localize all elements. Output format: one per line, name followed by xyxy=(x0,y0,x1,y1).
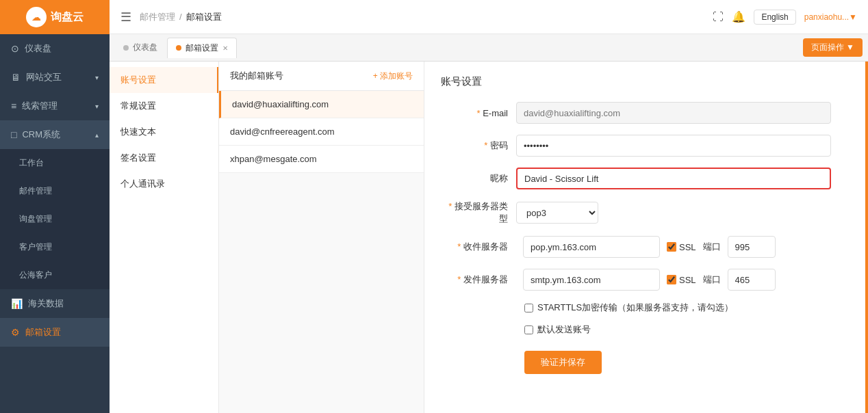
starttls-row: STARTTLS加密传输（如果服务器支持，请勾选） xyxy=(441,302,852,314)
menu-item-label: 快速文本 xyxy=(120,126,156,137)
list-icon: ≡ xyxy=(11,101,16,111)
sidebar-item-label: 邮箱设置 xyxy=(25,326,61,338)
main-area: ☰ 邮件管理 / 邮箱设置 ⛶ 🔔 English panxiaohu...▼ … xyxy=(110,0,868,413)
logo: ☁ 询盘云 xyxy=(0,0,110,34)
expand-icon[interactable]: ⛶ xyxy=(713,11,724,23)
dashboard-icon: ⊙ xyxy=(11,43,19,54)
topbar: ☰ 邮件管理 / 邮箱设置 ⛶ 🔔 English panxiaohu...▼ xyxy=(110,0,868,34)
menu-icon[interactable]: ☰ xyxy=(120,10,131,25)
sidebar-item-label: 客户管理 xyxy=(19,241,52,253)
incoming-server-input[interactable] xyxy=(523,236,660,258)
account-menu-item-signature[interactable]: 签名设置 xyxy=(110,145,218,171)
password-row: 密码 xyxy=(441,135,852,157)
server-type-label: 接受服务器类型 xyxy=(441,200,516,225)
email-list-title: 我的邮箱账号 xyxy=(230,70,283,82)
sidebar-item-workspace[interactable]: 工作台 xyxy=(0,149,110,177)
sidebar-item-label: CRM系统 xyxy=(22,129,60,141)
sidebar-item-web-interact[interactable]: 🖥 网站交互 ▾ xyxy=(0,63,110,92)
starttls-label: STARTTLS加密传输（如果服务器支持，请勾选） xyxy=(537,302,733,314)
content-area: 账号设置 常规设置 快速文本 签名设置 个人通讯录 我的邮箱账号 + 添加账号 … xyxy=(110,62,868,413)
sidebar-item-label: 网站交互 xyxy=(26,71,62,83)
email-list-header: 我的邮箱账号 + 添加账号 xyxy=(219,62,424,91)
outgoing-label: 发件服务器 xyxy=(441,274,516,286)
account-menu-item-general[interactable]: 常规设置 xyxy=(110,93,218,119)
nickname-input[interactable] xyxy=(516,168,831,189)
email-list-item[interactable]: david@huaxialifting.com xyxy=(219,91,424,118)
page-action-button[interactable]: 页面操作 ▼ xyxy=(803,38,863,57)
accent-border xyxy=(865,62,868,413)
incoming-port-label: 端口 xyxy=(703,241,721,253)
default-send-checkbox[interactable] xyxy=(524,325,533,334)
sidebar-item-leads[interactable]: ≡ 线索管理 ▾ xyxy=(0,92,110,120)
logo-text: 询盘云 xyxy=(51,10,84,25)
sidebar-item-dashboard[interactable]: ⊙ 仪表盘 xyxy=(0,34,110,63)
tab-dashboard[interactable]: 仪表盘 xyxy=(115,38,166,57)
incoming-ssl-checkbox[interactable] xyxy=(667,242,676,252)
sidebar-item-mailbox[interactable]: ⚙ 邮箱设置 xyxy=(0,318,110,347)
nickname-row: 昵称 xyxy=(441,168,852,189)
email-address: david@cnfreereagent.com xyxy=(230,126,335,137)
chevron-up-icon: ▴ xyxy=(95,131,99,139)
add-account-button[interactable]: + 添加账号 xyxy=(373,70,413,82)
account-menu-panel: 账号设置 常规设置 快速文本 签名设置 个人通讯录 xyxy=(110,62,219,413)
tabbar: 仪表盘 邮箱设置 ✕ 页面操作 ▼ xyxy=(110,34,868,62)
logo-icon: ☁ xyxy=(26,7,47,27)
incoming-port-input[interactable] xyxy=(728,236,776,258)
default-send-label: 默认发送账号 xyxy=(537,323,591,336)
sidebar-item-crm[interactable]: □ CRM系统 ▴ xyxy=(0,120,110,149)
sidebar-item-customs[interactable]: 📊 海关数据 xyxy=(0,289,110,318)
sidebar-item-label: 公海客户 xyxy=(19,269,52,281)
sidebar-item-label: 工作台 xyxy=(19,157,44,169)
tab-mailbox[interactable]: 邮箱设置 ✕ xyxy=(167,38,237,58)
save-button[interactable]: 验证并保存 xyxy=(524,351,602,374)
sidebar-item-label: 仪表盘 xyxy=(25,42,51,55)
email-address: david@huaxialifting.com xyxy=(232,99,329,109)
nickname-label: 昵称 xyxy=(441,172,516,185)
email-address: xhpan@mesgate.com xyxy=(230,154,317,164)
incoming-ssl-check: SSL xyxy=(667,242,696,252)
email-list-panel: 我的邮箱账号 + 添加账号 david@huaxialifting.com da… xyxy=(219,62,424,413)
section-title: 账号设置 xyxy=(441,75,852,88)
menu-item-label: 签名设置 xyxy=(120,152,156,163)
email-list-item[interactable]: david@cnfreereagent.com xyxy=(219,118,424,146)
outgoing-server-input[interactable] xyxy=(523,269,660,291)
chevron-down-icon: ▾ xyxy=(95,74,99,81)
sidebar-item-label: 询盘管理 xyxy=(19,213,52,225)
server-type-select[interactable]: pop3 imap xyxy=(516,202,598,224)
account-menu-item-contacts[interactable]: 个人通讯录 xyxy=(110,171,218,197)
tab-dot-gray xyxy=(123,45,129,51)
close-icon[interactable]: ✕ xyxy=(222,44,228,52)
menu-item-label: 账号设置 xyxy=(120,75,156,85)
breadcrumb: 邮件管理 / 邮箱设置 xyxy=(140,11,222,23)
language-button[interactable]: English xyxy=(754,10,795,25)
starttls-checkbox[interactable] xyxy=(524,304,533,312)
email-input[interactable] xyxy=(516,102,831,124)
default-send-row: 默认发送账号 xyxy=(441,323,852,336)
bell-icon[interactable]: 🔔 xyxy=(732,10,745,23)
email-list-item[interactable]: xhpan@mesgate.com xyxy=(219,146,424,173)
tab-label: 仪表盘 xyxy=(133,42,157,53)
sidebar-item-mail-mgmt[interactable]: 邮件管理 xyxy=(0,177,110,205)
outgoing-ssl-checkbox[interactable] xyxy=(667,275,676,284)
sidebar-item-inquiry[interactable]: 询盘管理 xyxy=(0,205,110,233)
sidebar-item-customer[interactable]: 客户管理 xyxy=(0,233,110,261)
account-menu-item-quicktext[interactable]: 快速文本 xyxy=(110,119,218,145)
outgoing-port-input[interactable] xyxy=(728,269,776,291)
breadcrumb-parent: 邮件管理 xyxy=(140,11,175,23)
server-type-row: 接受服务器类型 pop3 imap xyxy=(441,200,852,225)
menu-item-label: 常规设置 xyxy=(120,101,156,111)
sidebar-item-label: 海关数据 xyxy=(28,297,64,310)
user-menu[interactable]: panxiaohu...▼ xyxy=(804,12,857,22)
chevron-down-icon: ▾ xyxy=(95,103,99,110)
password-label: 密码 xyxy=(441,139,516,152)
monitor-icon: 🖥 xyxy=(11,72,21,83)
sidebar-item-public-customer[interactable]: 公海客户 xyxy=(0,261,110,289)
gear-icon: ⚙ xyxy=(11,327,20,338)
password-input[interactable] xyxy=(516,135,831,157)
sidebar-item-label: 线索管理 xyxy=(22,100,58,112)
chart-icon: 📊 xyxy=(11,298,23,309)
tab-dot-orange xyxy=(176,45,181,51)
ssl-label: SSL xyxy=(679,275,696,285)
settings-panel: 账号设置 E-mail 密码 昵称 xyxy=(424,62,868,413)
account-menu-item-settings[interactable]: 账号设置 xyxy=(110,67,218,93)
